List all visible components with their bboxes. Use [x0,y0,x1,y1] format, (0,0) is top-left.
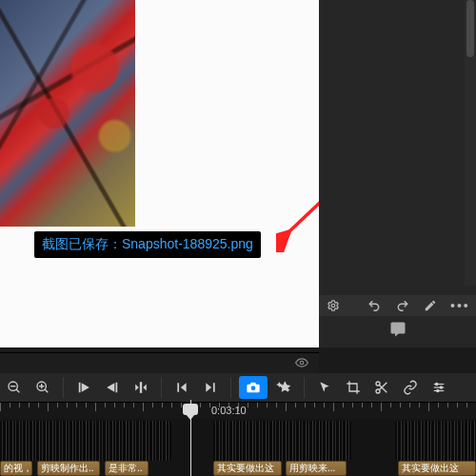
clip[interactable]: 的视， [0,461,32,476]
svg-rect-12 [140,382,142,393]
svg-point-2 [300,361,304,365]
trim-right-button[interactable] [100,376,125,399]
right-toolbar: ••• [319,295,476,316]
mark-in-button[interactable] [169,376,194,399]
waveform [213,421,351,461]
crop-button[interactable] [341,376,366,399]
svg-point-23 [437,389,439,391]
waveform [395,421,476,461]
visibility-icon[interactable] [294,356,309,372]
scissors-button[interactable] [369,376,394,399]
snapshot-toast: 截图已保存：Snapshot-188925.png [34,231,261,258]
pencil-icon[interactable] [424,299,437,312]
link-button[interactable] [398,376,423,399]
timeline-toolbar [0,373,476,402]
snapshot-message: 截图已保存：Snapshot-188925.png [42,236,253,251]
settings-icon[interactable] [327,299,340,312]
svg-point-22 [440,387,442,388]
adjust-button[interactable] [426,376,451,399]
timeline-track[interactable]: 的视，剪映制作出..是非常..其实要做出这用剪映来...其实要做出这 [0,419,476,476]
chat-row [319,316,476,347]
svg-point-21 [436,383,438,385]
zoom-in-button[interactable] [30,376,55,399]
zoom-out-button[interactable] [2,376,27,399]
preview-area: 截图已保存：Snapshot-188925.png [0,0,319,347]
playhead[interactable] [190,400,191,476]
clip[interactable]: 其实要做出这 [213,461,282,476]
undo-icon[interactable] [367,299,382,312]
svg-point-15 [376,389,380,393]
waveform [0,421,171,461]
playhead-time: 0:03:10 [211,405,247,416]
svg-rect-10 [79,383,81,393]
svg-line-5 [16,389,19,392]
trim-left-button[interactable] [71,376,96,399]
more-icon[interactable]: ••• [450,298,470,313]
magic-button[interactable] [271,376,296,399]
video-frame [0,0,135,227]
clip[interactable]: 是非常.. [105,461,149,476]
svg-point-13 [251,386,256,390]
right-scrollbar[interactable] [465,0,476,286]
redo-icon[interactable] [395,299,410,312]
svg-point-1 [331,304,335,307]
svg-point-14 [376,382,380,386]
mark-out-button[interactable] [198,376,223,399]
snapshot-button[interactable] [239,376,268,399]
right-panel: ••• [319,0,476,347]
svg-line-9 [45,389,48,392]
svg-rect-11 [116,383,118,393]
clip[interactable]: 剪映制作出.. [37,461,100,476]
pointer-button[interactable] [312,376,337,399]
split-button[interactable] [129,376,153,399]
chat-icon[interactable] [389,321,407,343]
clip[interactable]: 用剪映来... [286,461,347,476]
preview-footer [0,352,319,373]
clip[interactable]: 其实要做出这 [398,461,476,476]
